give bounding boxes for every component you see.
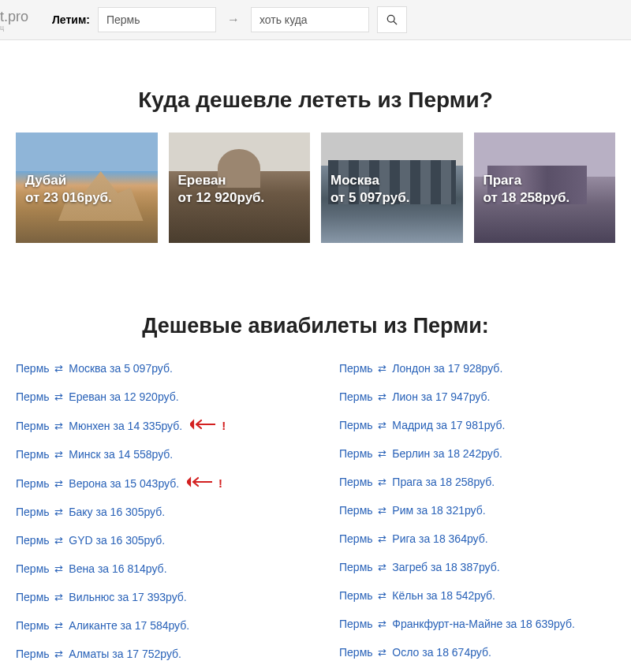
route-price: 17 584руб. xyxy=(135,619,190,632)
route-link[interactable]: Пермь ⇄ Вильнюс за 17 393руб. xyxy=(16,591,187,603)
card-price: от 5 097руб. xyxy=(330,189,409,207)
direction-arrow-icon: → xyxy=(224,13,243,27)
route-za: за xyxy=(121,619,132,632)
route-from: Пермь xyxy=(339,362,373,375)
roundtrip-icon: ⇄ xyxy=(54,592,63,603)
route-to: GYD xyxy=(69,534,92,547)
route-link[interactable]: Пермь ⇄ Алматы за 17 752руб. xyxy=(16,648,181,660)
roundtrip-icon: ⇄ xyxy=(378,618,386,630)
route-to: Прага xyxy=(392,476,422,488)
route-from: Пермь xyxy=(16,420,50,432)
route-za: за xyxy=(110,362,121,375)
route-za: за xyxy=(118,591,129,603)
route-link[interactable]: Пермь ⇄ Москва за 5 097руб. xyxy=(16,362,173,375)
search-button[interactable] xyxy=(377,6,407,33)
route-za: за xyxy=(98,562,109,575)
route-za: за xyxy=(416,504,428,517)
route-item: Пермь ⇄ Рим за 18 321руб. xyxy=(339,504,615,517)
route-link[interactable]: Пермь ⇄ Прага за 18 258руб. xyxy=(339,476,495,488)
route-item: Пермь ⇄ Баку за 16 305руб. xyxy=(16,506,292,518)
route-za: за xyxy=(436,419,447,431)
destination-card[interactable]: Москваот 5 097руб. xyxy=(321,133,463,243)
route-link[interactable]: Пермь ⇄ Вена за 16 814руб. xyxy=(16,562,167,575)
route-link[interactable]: Пермь ⇄ Франкфурт-на-Майне за 18 639руб. xyxy=(339,618,575,630)
route-from: Пермь xyxy=(339,390,373,403)
route-link[interactable]: Пермь ⇄ Верона за 15 043руб. xyxy=(16,477,179,490)
route-to: Загреб xyxy=(392,561,428,573)
roundtrip-icon: ⇄ xyxy=(378,590,386,602)
roundtrip-icon: ⇄ xyxy=(54,420,63,432)
route-za: за xyxy=(419,532,430,545)
roundtrip-icon: ⇄ xyxy=(54,391,63,403)
route-item: Пермь ⇄ Лион за 17 947руб. xyxy=(339,390,615,403)
route-price: 17 981руб. xyxy=(450,419,506,431)
route-from: Пермь xyxy=(339,476,373,488)
route-link[interactable]: Пермь ⇄ Баку за 16 305руб. xyxy=(16,506,165,518)
from-input[interactable] xyxy=(98,7,216,32)
destination-card[interactable]: Прагаот 18 258руб. xyxy=(474,133,616,243)
logo-text: t.pro xyxy=(0,9,35,24)
route-za: за xyxy=(431,561,442,573)
roundtrip-icon: ⇄ xyxy=(54,563,63,575)
route-link[interactable]: Пермь ⇄ Лондон за 17 928руб. xyxy=(339,362,502,375)
route-to: Вильнюс xyxy=(69,591,114,603)
roundtrip-icon: ⇄ xyxy=(54,506,63,518)
route-item: Пермь ⇄ Аликанте за 17 584руб. xyxy=(16,619,292,632)
route-to: Баку xyxy=(69,506,92,518)
route-to: Рига xyxy=(392,532,416,545)
route-za: за xyxy=(421,390,432,403)
route-za: за xyxy=(104,448,115,461)
route-to: Лондон xyxy=(392,362,430,375)
route-link[interactable]: Пермь ⇄ Лион за 17 947руб. xyxy=(339,390,490,403)
route-item: Пермь ⇄ Прага за 18 258руб. xyxy=(339,476,615,488)
roundtrip-icon: ⇄ xyxy=(378,505,386,517)
page-title: Куда дешевле лететь из Перми? xyxy=(16,88,615,113)
destination-card[interactable]: Дубайот 23 016руб. xyxy=(16,133,158,243)
route-item: Пермь ⇄ GYD за 16 305руб. xyxy=(16,534,292,547)
highlight-arrow-icon xyxy=(190,419,215,432)
route-link[interactable]: Пермь ⇄ Кёльн за 18 542руб. xyxy=(339,589,495,602)
route-from: Пермь xyxy=(339,646,373,659)
route-from: Пермь xyxy=(339,419,373,431)
route-link[interactable]: Пермь ⇄ Рига за 18 364руб. xyxy=(339,532,488,545)
card-label: Москваот 5 097руб. xyxy=(330,172,409,207)
route-price: 17 752руб. xyxy=(126,648,181,660)
roundtrip-icon: ⇄ xyxy=(54,535,63,547)
search-icon xyxy=(386,14,398,25)
route-to: Франкфурт-на-Майне xyxy=(392,618,502,630)
route-item: Пермь ⇄ Мюнхен за 14 335руб.! xyxy=(16,419,292,432)
route-link[interactable]: Пермь ⇄ Мадрид за 17 981руб. xyxy=(339,419,505,431)
route-za: за xyxy=(426,589,437,602)
to-input[interactable] xyxy=(251,7,369,32)
route-link[interactable]: Пермь ⇄ Берлин за 18 242руб. xyxy=(339,447,502,460)
route-from: Пермь xyxy=(339,532,373,545)
route-link[interactable]: Пермь ⇄ Рим за 18 321руб. xyxy=(339,504,486,517)
card-price: от 23 016руб. xyxy=(25,189,112,207)
route-za: за xyxy=(425,476,436,488)
route-from: Пермь xyxy=(16,362,50,375)
route-link[interactable]: Пермь ⇄ Ереван за 12 920руб. xyxy=(16,390,179,403)
route-price: 18 242руб. xyxy=(447,447,502,460)
routes-left-column: Пермь ⇄ Москва за 5 097руб.Пермь ⇄ Ерева… xyxy=(16,362,292,672)
route-price: 16 814руб. xyxy=(112,562,167,575)
route-price: 17 393руб. xyxy=(132,591,187,603)
route-link[interactable]: Пермь ⇄ Аликанте за 17 584руб. xyxy=(16,619,189,632)
route-price: 18 639руб. xyxy=(520,618,575,630)
route-link[interactable]: Пермь ⇄ GYD за 16 305руб. xyxy=(16,534,165,547)
route-from: Пермь xyxy=(339,589,373,602)
route-price: 16 305руб. xyxy=(110,534,166,547)
roundtrip-icon: ⇄ xyxy=(378,647,386,659)
route-za: за xyxy=(506,618,517,630)
route-link[interactable]: Пермь ⇄ Загреб за 18 387руб. xyxy=(339,561,500,573)
destination-cards: Дубайот 23 016руб.Ереванот 12 920руб.Мос… xyxy=(16,133,615,243)
card-price: от 12 920руб. xyxy=(178,189,265,207)
route-from: Пермь xyxy=(16,534,50,547)
routes-columns: Пермь ⇄ Москва за 5 097руб.Пермь ⇄ Ерева… xyxy=(16,362,615,672)
route-from: Пермь xyxy=(16,562,50,575)
route-link[interactable]: Пермь ⇄ Осло за 18 674руб. xyxy=(339,646,491,659)
route-from: Пермь xyxy=(16,591,50,603)
destination-card[interactable]: Ереванот 12 920руб. xyxy=(169,133,311,243)
route-link[interactable]: Пермь ⇄ Минск за 14 558руб. xyxy=(16,448,173,461)
route-link[interactable]: Пермь ⇄ Мюнхен за 14 335руб. xyxy=(16,420,182,432)
route-price: 17 928руб. xyxy=(448,362,503,375)
